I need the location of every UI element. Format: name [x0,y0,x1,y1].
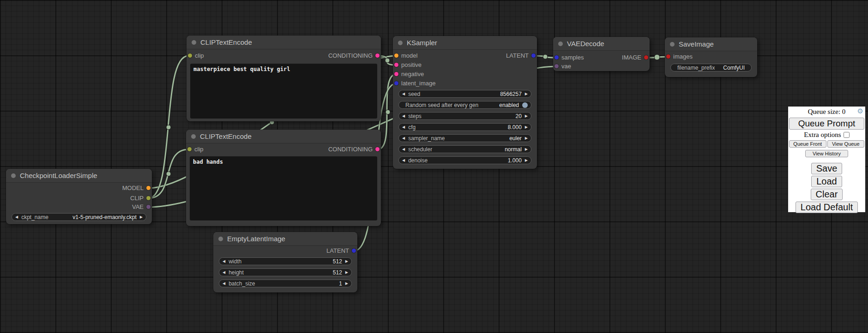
latent-slot-dot[interactable] [531,54,536,58]
widget-width[interactable]: ◀ width 512 ▶ [219,257,352,265]
ckpt-name-widget[interactable]: ◀ ckpt_name v1-5-pruned-emaonly.ckpt ▶ [12,213,146,221]
gear-icon[interactable]: ⚙ [857,108,863,115]
node-checkpoint-loader[interactable]: CheckpointLoaderSimple MODEL CLIP VAE ◀ … [6,169,152,224]
node-title-bar[interactable]: KSampler [393,36,537,50]
conditioning-slot-dot[interactable] [394,63,398,67]
input-slot-latent-image[interactable]: latent_image [393,80,537,87]
image-slot-dot[interactable] [644,55,648,59]
collapse-dot-icon[interactable] [192,40,196,45]
toggle-on-icon[interactable] [522,102,528,108]
widget-height[interactable]: ◀ height 512 ▶ [219,268,352,276]
arrow-left-icon[interactable]: ◀ [402,137,405,140]
save-button[interactable]: Save [811,163,843,174]
collapse-dot-icon[interactable] [558,42,563,46]
arrow-right-icon[interactable]: ▶ [525,137,528,140]
arrow-right-icon[interactable]: ▶ [345,260,348,263]
load-button[interactable]: Load [811,176,842,187]
node-vae-decode[interactable]: VAEDecode samples vae IMAGE [553,37,650,71]
arrow-left-icon[interactable]: ◀ [15,215,18,219]
input-slot-negative[interactable]: negative [393,71,537,78]
collapse-dot-icon[interactable] [191,134,196,139]
node-empty-latent-image[interactable]: EmptyLatentImage LATENT ◀ width 512 ▶ ◀ … [213,232,357,292]
widget-label: denoise [408,157,428,164]
arrow-right-icon[interactable]: ▶ [525,159,528,162]
node-title-bar[interactable]: EmptyLatentImage [213,232,357,246]
widget-cfg[interactable]: ◀ cfg 8.000 ▶ [398,123,531,131]
queue-size-label: Queue size: 0 [808,108,846,115]
input-slot-vae[interactable]: vae [553,63,650,70]
output-slot-latent[interactable]: LATENT [213,247,357,255]
view-queue-button[interactable]: View Queue [827,140,865,148]
arrow-left-icon[interactable]: ◀ [402,92,405,96]
output-slot-model[interactable]: MODEL [6,184,152,192]
queue-front-button[interactable]: Queue Front [789,140,826,148]
widget-sampler-name[interactable]: ◀ sampler_name euler ▶ [398,134,531,142]
widget-batch-size[interactable]: ◀ batch_size 1 ▶ [219,279,352,287]
collapse-dot-icon[interactable] [398,41,403,45]
conditioning-slot-dot[interactable] [375,54,380,58]
image-slot-dot[interactable] [666,54,670,59]
input-slot-images[interactable]: images [665,53,757,60]
arrow-right-icon[interactable]: ▶ [525,114,528,118]
prompt-textarea[interactable]: bad hands [190,156,377,220]
arrow-right-icon[interactable]: ▶ [525,125,528,129]
output-slot-image[interactable]: IMAGE [553,54,650,61]
conditioning-slot-dot[interactable] [375,147,380,151]
node-title-bar[interactable]: CLIPTextEncode [187,36,381,49]
node-save-image[interactable]: SaveImage images filename_prefix ComfyUI [665,37,757,77]
view-history-button[interactable]: View History [805,150,849,157]
collapse-dot-icon[interactable] [670,42,675,47]
widget-denoise[interactable]: ◀ denoise 1.000 ▶ [398,156,531,164]
arrow-left-icon[interactable]: ◀ [223,260,225,263]
node-clip-text-encode-negative[interactable]: CLIPTextEncode clip CONDITIONING bad han… [186,130,381,226]
vae-slot-dot[interactable] [555,64,559,68]
arrow-right-icon[interactable]: ▶ [525,92,528,96]
widget-random-seed-toggle[interactable]: Random seed after every gen enabled [398,101,531,109]
arrow-left-icon[interactable]: ◀ [402,125,405,129]
node-title-bar[interactable]: CheckpointLoaderSimple [6,169,152,183]
node-ksampler[interactable]: KSampler model positive negative latent_… [393,36,537,169]
arrow-left-icon[interactable]: ◀ [402,148,405,151]
filename-prefix-widget[interactable]: filename_prefix ComfyUI [670,64,752,71]
output-slot-clip[interactable]: CLIP [6,195,152,202]
arrow-right-icon[interactable]: ▶ [140,215,143,219]
clear-button[interactable]: Clear [811,189,843,200]
widget-steps[interactable]: ◀ steps 20 ▶ [398,112,531,120]
widget-label: batch_size [229,280,255,287]
output-slot-latent[interactable]: LATENT [393,52,537,59]
vae-slot-dot[interactable] [146,205,151,209]
arrow-right-icon[interactable]: ▶ [345,282,348,285]
latent-slot-dot[interactable] [394,81,398,85]
node-title-bar[interactable]: CLIPTextEncode [186,130,381,143]
widget-value: 512 [333,269,342,276]
output-slot-vae[interactable]: VAE [6,203,152,211]
widget-label: filename_prefix [677,65,715,71]
widget-value: 8.000 [508,124,522,131]
load-default-button[interactable]: Load Default [796,202,858,213]
model-slot-dot[interactable] [146,186,151,190]
node-clip-text-encode-positive[interactable]: CLIPTextEncode clip CONDITIONING masterp… [187,36,381,121]
input-slot-positive[interactable]: positive [393,61,537,69]
node-title-bar[interactable]: VAEDecode [553,37,650,51]
collapse-dot-icon[interactable] [218,237,223,241]
widget-label: ckpt_name [21,214,48,220]
arrow-right-icon[interactable]: ▶ [525,148,528,151]
widget-scheduler[interactable]: ◀ scheduler normal ▶ [398,145,531,153]
arrow-left-icon[interactable]: ◀ [402,114,405,118]
extra-options-checkbox[interactable] [844,132,850,138]
node-title-bar[interactable]: SaveImage [665,37,757,51]
arrow-left-icon[interactable]: ◀ [223,282,225,285]
arrow-left-icon[interactable]: ◀ [402,159,405,162]
latent-slot-dot[interactable] [352,249,356,253]
output-slot-conditioning[interactable]: CONDITIONING [186,146,381,153]
collapse-dot-icon[interactable] [11,173,16,178]
queue-prompt-button[interactable]: Queue Prompt [789,118,864,130]
output-slot-conditioning[interactable]: CONDITIONING [187,52,381,59]
widget-seed[interactable]: ◀ seed 8566257 ▶ [398,90,531,98]
prompt-textarea[interactable]: masterpiece best quality girl [190,64,377,119]
clip-slot-dot[interactable] [146,196,151,200]
widget-value: 20 [515,113,521,119]
conditioning-slot-dot[interactable] [394,72,398,76]
arrow-right-icon[interactable]: ▶ [345,271,348,274]
arrow-left-icon[interactable]: ◀ [223,271,225,274]
